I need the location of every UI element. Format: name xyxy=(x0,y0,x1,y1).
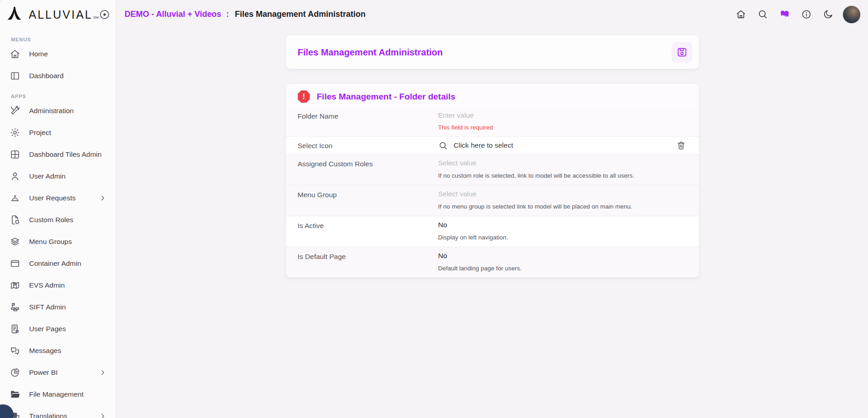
sidebar-item-power-bi[interactable]: Power BI xyxy=(0,362,116,383)
sidebar-section-label: MENUS xyxy=(11,37,116,42)
request-dome-icon xyxy=(10,193,20,204)
form-row-is-default-page: Is Default Page No Default landing page … xyxy=(286,247,699,278)
chevron-right-icon xyxy=(99,194,107,202)
sidebar: ALLUVIALSM MENUSHomeDashboardAPPSAdminis… xyxy=(0,0,116,418)
alert-octagon-icon: ! xyxy=(298,90,310,103)
sidebar-collapse-icon[interactable] xyxy=(99,9,110,20)
notifications-bells-icon[interactable] xyxy=(775,5,794,24)
form-row-select-icon: Select Icon Click here to select xyxy=(286,136,699,154)
home-icon[interactable] xyxy=(732,5,750,24)
chevron-right-icon xyxy=(99,412,107,418)
brand-trademark: SM xyxy=(93,15,99,20)
messages-icon xyxy=(10,345,20,356)
menu-group-select[interactable]: Select value xyxy=(438,190,687,198)
sidebar-item-dashboard-tiles-admin[interactable]: Dashboard Tiles Admin xyxy=(0,144,116,165)
sidebar-item-menu-groups[interactable]: Menu Groups xyxy=(0,231,116,253)
form-row-menu-group: Menu Group Select value If no menu group… xyxy=(286,185,699,216)
sidebar-item-user-admin[interactable]: User Admin xyxy=(0,165,116,187)
window-icon xyxy=(10,258,20,269)
home-icon xyxy=(10,49,20,60)
trash-icon[interactable] xyxy=(676,140,687,151)
sidebar-item-user-requests[interactable]: User Requests xyxy=(0,187,116,209)
pie-chart-icon xyxy=(10,367,20,378)
sidebar-item-sift-admin[interactable]: SIFT Admin xyxy=(0,296,116,318)
custom-roles-select[interactable]: Select value xyxy=(438,159,687,167)
sidebar-item-administration[interactable]: Administration xyxy=(0,100,116,122)
field-label: Assigned Custom Roles xyxy=(298,159,438,168)
validation-error: This field is required xyxy=(438,124,687,131)
field-label: Menu Group xyxy=(298,190,438,199)
sidebar-item-label: File Management xyxy=(29,390,84,398)
icon-picker-trigger[interactable]: Click here to select xyxy=(454,141,513,149)
sidebar-item-label: Home xyxy=(29,50,48,58)
form-card-header: ! Files Management - Folder details xyxy=(286,84,699,108)
search-icon[interactable] xyxy=(753,5,772,24)
sidebar-item-home[interactable]: Home xyxy=(0,43,116,65)
sidebar-item-messages[interactable]: Messages xyxy=(0,340,116,362)
sidebar-item-evs-admin[interactable]: EVS Admin xyxy=(0,274,116,296)
alluvial-logo-icon xyxy=(6,6,23,23)
sidebar-item-label: Administration xyxy=(29,107,74,115)
is-active-toggle[interactable]: No xyxy=(438,221,687,229)
tools-icon xyxy=(10,105,20,116)
sidebar-item-label: Project xyxy=(29,129,51,137)
title-card-heading: Files Management Administration xyxy=(298,47,443,58)
sidebar-item-project[interactable]: Project xyxy=(0,122,116,144)
sidebar-item-label: Messages xyxy=(29,347,61,355)
form-card-heading: Files Management - Folder details xyxy=(317,92,456,102)
form-card: ! Files Management - Folder details Fold… xyxy=(286,84,699,278)
form-row-folder-name: Folder Name Enter value This field is re… xyxy=(286,108,699,136)
sidebar-item-label: Power BI xyxy=(29,368,58,377)
sift-icon xyxy=(10,302,20,313)
sidebar-item-label: Dashboard xyxy=(29,72,64,80)
sidebar-item-container-admin[interactable]: Container Admin xyxy=(0,253,116,274)
field-hint: If no custom role is selected, link to m… xyxy=(438,172,687,179)
logo-row: ALLUVIALSM xyxy=(0,0,116,29)
grid-icon xyxy=(10,149,20,160)
info-icon[interactable] xyxy=(797,5,816,24)
brand-name: ALLUVIALSM xyxy=(29,8,99,21)
field-label: Select Icon xyxy=(298,141,438,150)
gear-icon xyxy=(10,127,20,138)
map-pin-icon xyxy=(10,280,20,291)
chevron-right-icon xyxy=(99,368,107,377)
document-shield-icon xyxy=(10,214,20,225)
sidebar-item-user-pages[interactable]: User Pages xyxy=(0,318,116,340)
sidebar-section-label: APPS xyxy=(11,94,116,99)
dark-mode-moon-icon[interactable] xyxy=(819,5,838,24)
form-row-is-active: Is Active No Display on left navigation. xyxy=(286,216,699,247)
save-button[interactable] xyxy=(672,42,692,63)
sidebar-item-label: Menu Groups xyxy=(29,238,72,246)
page-title: Files Management Administration xyxy=(235,10,366,19)
breadcrumb-app[interactable]: DEMO - Alluvial + Videos xyxy=(125,10,221,19)
sidebar-item-translations[interactable]: Translations xyxy=(0,405,116,418)
sidebar-item-label: User Pages xyxy=(29,325,66,333)
dashboard-icon xyxy=(10,70,20,81)
user-avatar[interactable] xyxy=(843,5,861,24)
folder-name-input[interactable]: Enter value xyxy=(438,111,687,119)
main-content: Files Management Administration ! Files … xyxy=(116,29,868,278)
sidebar-item-label: User Admin xyxy=(29,172,65,180)
sidebar-item-label: Translations xyxy=(29,412,67,418)
folder-open-icon xyxy=(10,389,20,400)
field-hint: Display on left navigation. xyxy=(438,234,687,241)
field-hint: If no menu group is selected link to mod… xyxy=(438,203,687,210)
field-label: Is Active xyxy=(298,221,438,230)
header: DEMO - Alluvial + Videos : Files Managem… xyxy=(117,0,868,29)
sidebar-item-label: EVS Admin xyxy=(29,281,65,289)
sidebar-item-custom-roles[interactable]: Custom Roles xyxy=(0,209,116,231)
save-icon xyxy=(676,46,688,58)
title-card: Files Management Administration xyxy=(286,35,699,69)
sidebar-item-file-management[interactable]: File Management xyxy=(0,383,116,405)
sidebar-item-dashboard[interactable]: Dashboard xyxy=(0,65,116,87)
sidebar-item-label: Dashboard Tiles Admin xyxy=(29,150,101,159)
breadcrumb-separator: : xyxy=(226,10,229,19)
field-label: Folder Name xyxy=(298,111,438,120)
is-default-page-toggle[interactable]: No xyxy=(438,252,687,260)
sidebar-nav: MENUSHomeDashboardAPPSAdministrationProj… xyxy=(0,29,116,418)
search-icon xyxy=(438,141,448,150)
sidebar-item-label: Container Admin xyxy=(29,259,81,268)
sidebar-item-label: SIFT Admin xyxy=(29,303,66,311)
sidebar-item-label: User Requests xyxy=(29,194,76,202)
document-info-icon xyxy=(10,323,20,334)
